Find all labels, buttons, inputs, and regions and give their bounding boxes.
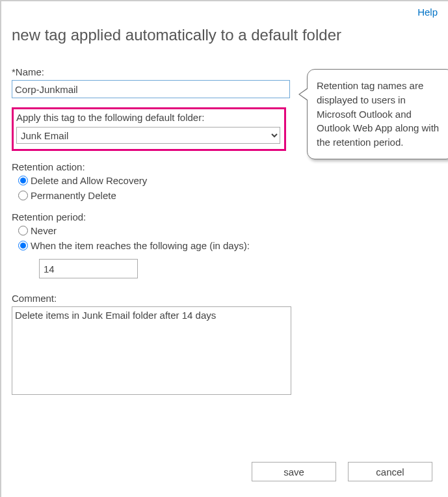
apply-folder-label: Apply this tag to the following default … [16,112,280,123]
retention-period-when-age-radio[interactable] [18,241,28,250]
name-label: *Name: [12,66,291,77]
retention-period-when-age-label: When the item reaches the following age … [31,240,250,251]
retention-action-perm-delete-label: Permanently Delete [31,190,116,201]
retention-action-perm-delete-radio[interactable] [18,191,28,200]
cancel-button[interactable]: cancel [348,462,432,481]
retention-period-days-input[interactable] [39,259,138,278]
retention-period-never-label: Never [31,225,57,236]
comment-textarea[interactable] [12,306,291,395]
button-row: save cancel [252,462,432,481]
retention-period-never-radio[interactable] [18,226,28,235]
retention-period-group: Never When the item reaches the followin… [18,225,291,278]
callout-tooltip: Retention tag names are displayed to use… [307,69,448,159]
name-input[interactable] [12,80,290,98]
callout-text: Retention tag names are displayed to use… [317,80,439,148]
retention-action-group: Delete and Allow Recovery Permanently De… [18,175,291,201]
retention-action-perm-delete[interactable]: Permanently Delete [18,190,291,201]
retention-action-delete-allow-radio[interactable] [18,176,28,185]
retention-action-label: Retention action: [12,161,291,172]
retention-action-delete-allow-label: Delete and Allow Recovery [31,175,147,186]
retention-period-when-age[interactable]: When the item reaches the following age … [18,240,291,251]
apply-folder-section: Apply this tag to the following default … [12,107,286,151]
retention-period-never[interactable]: Never [18,225,291,236]
retention-action-delete-allow[interactable]: Delete and Allow Recovery [18,175,291,186]
retention-period-label: Retention period: [12,211,291,222]
page-title: new tag applied automatically to a defau… [12,26,448,44]
comment-label: Comment: [12,293,291,304]
apply-folder-select[interactable]: Junk Email [16,127,280,144]
form-area: *Name: Apply this tag to the following d… [12,66,291,397]
help-link[interactable]: Help [417,7,438,18]
save-button[interactable]: save [252,462,336,481]
